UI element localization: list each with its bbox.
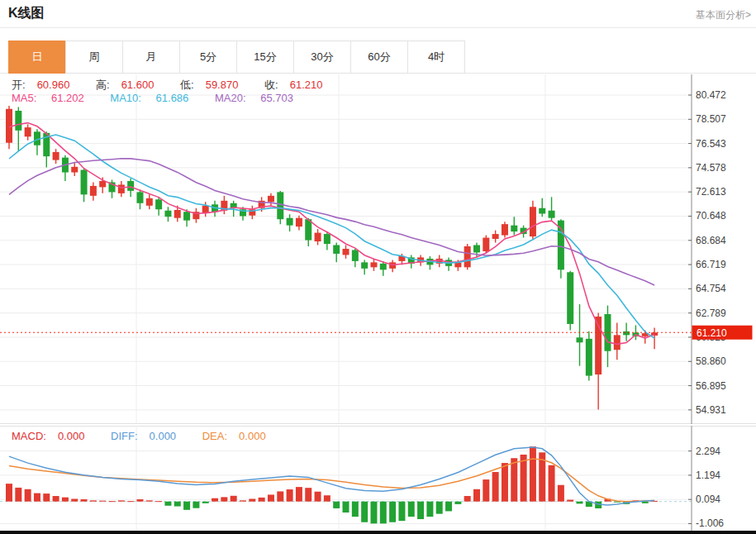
macd-bar[interactable]: [155, 501, 162, 502]
macd-bar[interactable]: [231, 496, 237, 502]
macd-bar[interactable]: [127, 501, 134, 502]
macd-bar[interactable]: [614, 502, 620, 503]
main-chart-canvas[interactable]: 80.47278.50776.54374.57872.61370.64868.6…: [0, 74, 756, 424]
macd-bar[interactable]: [361, 502, 368, 522]
tab-month[interactable]: 月: [122, 41, 180, 74]
candle[interactable]: [426, 256, 433, 269]
macd-bar[interactable]: [315, 492, 321, 502]
candle[interactable]: [25, 124, 31, 140]
macd-bar[interactable]: [287, 489, 293, 502]
macd-bar[interactable]: [249, 499, 255, 502]
macd-bar[interactable]: [558, 485, 564, 502]
candle[interactable]: [90, 182, 97, 200]
candle[interactable]: [389, 260, 396, 272]
candle[interactable]: [614, 322, 620, 360]
macd-bar[interactable]: [6, 484, 12, 502]
candle[interactable]: [287, 214, 293, 231]
macd-bar[interactable]: [183, 502, 190, 510]
candle[interactable]: [6, 106, 12, 149]
macd-bar[interactable]: [333, 502, 340, 508]
macd-bar[interactable]: [118, 500, 125, 501]
candle[interactable]: [623, 322, 630, 341]
macd-bar[interactable]: [445, 502, 452, 512]
candle[interactable]: [221, 196, 227, 214]
candle[interactable]: [651, 327, 658, 349]
candle[interactable]: [408, 255, 415, 268]
candle[interactable]: [296, 216, 302, 231]
macd-bar[interactable]: [43, 493, 50, 502]
candle[interactable]: [146, 194, 153, 209]
candle[interactable]: [595, 313, 601, 410]
macd-bar[interactable]: [408, 502, 415, 517]
macd-bar[interactable]: [146, 500, 153, 501]
macd-bar[interactable]: [642, 502, 649, 503]
tab-15min[interactable]: 15分: [236, 41, 294, 74]
candle[interactable]: [492, 231, 499, 243]
macd-bar[interactable]: [511, 458, 517, 501]
candle[interactable]: [81, 169, 88, 202]
candle[interactable]: [577, 304, 583, 366]
candle[interactable]: [530, 201, 536, 239]
macd-bar[interactable]: [436, 502, 443, 514]
tab-week[interactable]: 周: [65, 41, 123, 74]
macd-bar[interactable]: [426, 502, 433, 517]
macd-bar[interactable]: [352, 502, 359, 517]
macd-bar[interactable]: [389, 502, 396, 522]
macd-bar[interactable]: [464, 496, 471, 502]
macd-bar[interactable]: [577, 502, 583, 504]
candle[interactable]: [53, 149, 59, 164]
candle[interactable]: [324, 231, 330, 250]
macd-bar[interactable]: [454, 502, 461, 504]
candle[interactable]: [212, 201, 218, 217]
macd-bar[interactable]: [221, 497, 227, 501]
tab-4hour[interactable]: 4时: [407, 41, 465, 74]
macd-bar[interactable]: [136, 499, 143, 502]
candle[interactable]: [15, 107, 21, 151]
candle[interactable]: [370, 259, 377, 271]
macd-bar[interactable]: [567, 500, 573, 502]
macd-bar[interactable]: [530, 446, 536, 502]
candle[interactable]: [268, 193, 274, 206]
candle[interactable]: [361, 260, 368, 274]
macd-bar[interactable]: [277, 491, 283, 501]
candle[interactable]: [62, 155, 69, 181]
candle[interactable]: [315, 229, 321, 245]
macd-bar[interactable]: [81, 499, 88, 502]
macd-bar[interactable]: [240, 500, 246, 501]
candle[interactable]: [249, 206, 255, 219]
macd-bar[interactable]: [109, 501, 116, 502]
tab-60min[interactable]: 60分: [350, 41, 408, 74]
candle[interactable]: [155, 197, 162, 215]
macd-bar[interactable]: [343, 502, 349, 513]
macd-bar[interactable]: [62, 498, 69, 502]
macd-bar[interactable]: [15, 488, 21, 502]
candle[interactable]: [604, 306, 611, 368]
macd-bar[interactable]: [53, 496, 59, 502]
candle[interactable]: [164, 207, 171, 222]
macd-bar[interactable]: [202, 502, 209, 503]
tab-day[interactable]: 日: [8, 41, 66, 74]
candle[interactable]: [71, 163, 78, 176]
macd-bar[interactable]: [296, 487, 302, 502]
candle[interactable]: [136, 189, 143, 209]
candle[interactable]: [34, 129, 40, 155]
macd-bar[interactable]: [549, 465, 555, 502]
macd-bar[interactable]: [473, 489, 480, 502]
macd-bar[interactable]: [90, 500, 97, 501]
macd-bar[interactable]: [71, 499, 78, 502]
tab-30min[interactable]: 30分: [293, 41, 351, 74]
candle[interactable]: [445, 257, 452, 270]
macd-bar[interactable]: [417, 502, 424, 519]
candle[interactable]: [511, 217, 517, 235]
macd-bar[interactable]: [212, 498, 218, 502]
candle[interactable]: [118, 181, 125, 197]
macd-bar[interactable]: [305, 488, 311, 502]
candle[interactable]: [586, 331, 592, 381]
candle[interactable]: [193, 208, 199, 223]
candle[interactable]: [464, 244, 471, 269]
macd-bar[interactable]: [324, 495, 330, 501]
candle[interactable]: [502, 222, 508, 237]
macd-bar[interactable]: [34, 493, 40, 502]
candle[interactable]: [567, 271, 573, 331]
macd-bar[interactable]: [164, 502, 171, 506]
